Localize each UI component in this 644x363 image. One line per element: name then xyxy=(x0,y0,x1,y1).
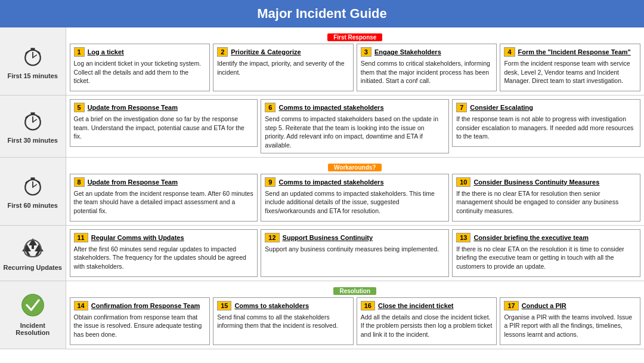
section-label-section-resolution: Incident Resolution xyxy=(2,322,63,336)
card-body-section-60min-1: Send an updated comms to impacted stakeh… xyxy=(265,189,445,216)
section-label-section-recurring: Recurring Updates xyxy=(4,264,62,271)
svg-rect-10 xyxy=(30,113,35,115)
card-title-section-15min-0: Log a ticket xyxy=(88,48,124,56)
card-body-section-30min-2: If the response team is not able to prog… xyxy=(456,115,636,141)
card-section-resolution-0: 14 Confirmation from Response Team Obtai… xyxy=(70,297,210,345)
card-section-30min-1: 6 Comms to impacted stakeholders Send co… xyxy=(261,99,449,153)
icon-cell-section-resolution: Incident Resolution xyxy=(0,281,66,349)
stopwatch-icon xyxy=(21,44,45,70)
content-cell-section-60min: Workarounds? 8 Update from Response Team… xyxy=(66,157,644,225)
stopwatch-icon xyxy=(21,173,45,199)
icon-cell-section-recurring: Recurring Updates xyxy=(0,225,66,281)
card-number-section-recurring-2: 13 xyxy=(456,233,470,242)
card-section-30min-0: 5 Update from Response Team Get a brief … xyxy=(70,99,258,147)
card-title-section-resolution-0: Confirmation from Response Team xyxy=(91,302,200,309)
card-title-section-60min-0: Update from Response Team xyxy=(88,179,178,186)
card-body-section-15min-3: Form the incident response team with ser… xyxy=(504,59,636,85)
card-title-section-resolution-1: Comms to stakeholders xyxy=(234,302,309,309)
card-title-section-30min-1: Comms to impacted stakeholders xyxy=(278,104,383,111)
card-number-section-recurring-0: 11 xyxy=(74,233,88,242)
card-body-section-recurring-2: If there is no clear ETA on the resoluti… xyxy=(456,245,636,271)
section-badge-section-60min: Workarounds? xyxy=(70,161,641,172)
card-section-resolution-2: 16 Close the incident ticket Add all the… xyxy=(357,297,497,345)
card-title-section-15min-1: Prioritize & Categorize xyxy=(231,48,301,56)
check-icon xyxy=(21,293,45,319)
svg-line-16 xyxy=(33,184,36,187)
card-number-section-15min-2: 3 xyxy=(361,47,371,57)
content-cell-section-resolution: Resolution 14 Confirmation from Response… xyxy=(66,281,644,349)
section-label-section-15min: First 15 minutes xyxy=(8,72,58,79)
section-row-section-recurring: Recurring Updates 11 Regular Comms with … xyxy=(0,225,644,281)
card-title-section-30min-2: Consider Escalating xyxy=(470,104,533,111)
card-title-section-60min-1: Comms to impacted stakeholders xyxy=(278,179,383,186)
svg-point-21 xyxy=(22,294,44,316)
section-row-section-15min: First 15 minutes First Response 1 Log a … xyxy=(0,27,644,96)
card-section-15min-2: 3 Engage Stakeholders Send comms to crit… xyxy=(357,44,497,91)
card-section-15min-1: 2 Prioritize & Categorize Identify the i… xyxy=(213,44,354,91)
card-number-section-60min-0: 8 xyxy=(74,177,85,187)
cards-row-section-30min: 5 Update from Response Team Get a brief … xyxy=(70,99,641,153)
svg-rect-3 xyxy=(30,48,35,50)
content-cell-section-30min: 5 Update from Response Team Get a brief … xyxy=(66,96,644,158)
section-row-section-resolution: Incident Resolution Resolution 14 Confir… xyxy=(0,281,644,349)
svg-rect-17 xyxy=(30,178,35,180)
card-number-section-resolution-2: 16 xyxy=(361,301,375,310)
card-section-recurring-1: 12 Support Business Continuity Support a… xyxy=(261,229,449,277)
stopwatch-icon xyxy=(21,108,45,134)
icon-cell-section-60min: First 60 minutes xyxy=(0,157,66,225)
icon-cell-section-30min: First 30 minutes xyxy=(0,96,66,158)
card-body-section-15min-0: Log an incident ticket in your ticketing… xyxy=(74,59,206,85)
card-title-section-recurring-1: Support Business Continuity xyxy=(283,234,373,241)
card-body-section-recurring-0: After the first 60 minutes send regular … xyxy=(74,245,254,271)
card-title-section-15min-2: Engage Stakeholders xyxy=(374,48,441,56)
card-body-section-resolution-2: Add all the details and close the incide… xyxy=(361,313,493,339)
recycle-icon xyxy=(21,235,45,262)
card-title-section-resolution-3: Conduct a PIR xyxy=(522,302,566,309)
card-title-section-15min-3: Form the "Incident Response Team" xyxy=(518,48,631,56)
svg-line-2 xyxy=(33,55,36,58)
card-body-section-15min-2: Send comms to critical stakeholders, inf… xyxy=(361,59,493,85)
cards-row-section-15min: 1 Log a ticket Log an incident ticket in… xyxy=(70,44,641,91)
card-number-section-recurring-1: 12 xyxy=(265,233,279,242)
section-label-section-30min: First 30 minutes xyxy=(8,137,58,144)
card-body-section-30min-0: Get a brief on the investigation done so… xyxy=(74,115,254,141)
card-number-section-15min-3: 4 xyxy=(504,47,515,57)
card-number-section-30min-2: 7 xyxy=(456,103,467,112)
card-section-recurring-2: 13 Consider briefing the executive team … xyxy=(452,229,640,277)
section-row-section-60min: First 60 minutes Workarounds? 8 Update f… xyxy=(0,157,644,225)
card-section-resolution-1: 15 Comms to stakeholders Send final comm… xyxy=(213,297,354,345)
card-number-section-60min-2: 10 xyxy=(456,177,470,187)
cards-row-section-recurring: 11 Regular Comms with Updates After the … xyxy=(70,229,641,277)
card-section-60min-2: 10 Consider Business Continuity Measures… xyxy=(452,174,640,222)
card-section-recurring-0: 11 Regular Comms with Updates After the … xyxy=(70,229,258,277)
card-body-section-resolution-1: Send final comms to all the stakeholders… xyxy=(217,313,349,330)
card-title-section-30min-0: Update from Response Team xyxy=(88,104,178,111)
page-header: Major Incident Guide xyxy=(0,0,644,27)
card-title-section-recurring-2: Consider briefing the executive team xyxy=(473,234,589,241)
section-label-section-60min: First 60 minutes xyxy=(8,202,58,209)
card-section-60min-0: 8 Update from Response Team Get an updat… xyxy=(70,174,258,222)
card-title-section-resolution-2: Close the incident ticket xyxy=(378,302,454,309)
card-body-section-60min-0: Get an update from the incident response… xyxy=(74,189,254,216)
card-number-section-resolution-3: 17 xyxy=(504,301,518,310)
section-badge-section-resolution: Resolution xyxy=(70,285,641,296)
card-number-section-30min-0: 5 xyxy=(74,103,85,112)
cards-row-section-60min: 8 Update from Response Team Get an updat… xyxy=(70,174,641,222)
card-number-section-resolution-1: 15 xyxy=(217,301,231,310)
card-title-section-recurring-0: Regular Comms with Updates xyxy=(91,234,184,241)
icon-cell-section-15min: First 15 minutes xyxy=(0,27,66,96)
content-cell-section-recurring: 11 Regular Comms with Updates After the … xyxy=(66,225,644,281)
card-body-section-resolution-3: Organise a PIR with the teams involved. … xyxy=(504,313,636,339)
card-title-section-60min-2: Consider Business Continuity Measures xyxy=(473,179,599,186)
card-body-section-15min-1: Identify the impact, priority, and sever… xyxy=(217,59,349,76)
svg-line-9 xyxy=(33,119,36,122)
content-cell-section-15min: First Response 1 Log a ticket Log an inc… xyxy=(66,27,644,96)
card-number-section-resolution-0: 14 xyxy=(74,301,88,310)
card-section-15min-0: 1 Log a ticket Log an incident ticket in… xyxy=(70,44,210,91)
cards-row-section-resolution: 14 Confirmation from Response Team Obtai… xyxy=(70,297,641,345)
card-section-30min-2: 7 Consider Escalating If the response te… xyxy=(452,99,640,147)
card-body-section-recurring-1: Support any business continuity measures… xyxy=(265,245,445,254)
card-body-section-60min-2: If the there is no clear ETA for resolut… xyxy=(456,189,636,216)
section-row-section-30min: First 30 minutes 5 Update from Response … xyxy=(0,96,644,158)
card-section-resolution-3: 17 Conduct a PIR Organise a PIR with the… xyxy=(500,297,640,345)
